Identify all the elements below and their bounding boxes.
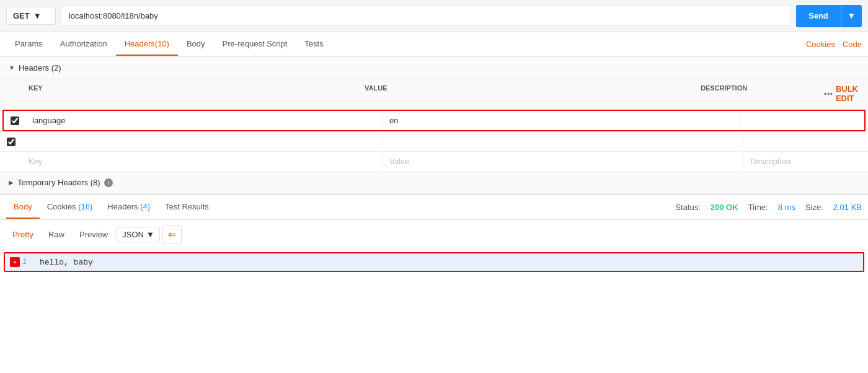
row1-value[interactable] bbox=[383, 137, 744, 147]
code-content: hello, baby bbox=[37, 258, 93, 267]
column-headers-row: KEY VALUE DESCRIPTION ••• Bulk Edit bbox=[0, 79, 868, 108]
col-check-header bbox=[0, 79, 22, 108]
size-label: Size: bbox=[805, 203, 823, 212]
row0-check-cell bbox=[4, 112, 26, 130]
row0-key[interactable]: language bbox=[26, 111, 383, 130]
method-label: GET bbox=[13, 11, 30, 20]
col-actions-header: ••• Bulk Edit bbox=[818, 79, 868, 108]
bulk-edit-button[interactable]: Bulk Edit bbox=[836, 84, 864, 103]
response-tab-headers[interactable]: Headers (4) bbox=[100, 196, 157, 219]
tab-prerequest[interactable]: Pre-request Script bbox=[214, 33, 296, 56]
temp-headers-arrow-icon: ▶ bbox=[9, 179, 14, 186]
url-input[interactable] bbox=[61, 6, 791, 26]
send-button[interactable]: Send bbox=[796, 5, 841, 27]
status-value: 200 OK bbox=[711, 203, 738, 212]
response-tab-test-results[interactable]: Test Results bbox=[157, 196, 216, 219]
time-label: Time: bbox=[748, 203, 768, 212]
row0-checkbox[interactable] bbox=[11, 116, 19, 125]
method-chevron-icon: ▼ bbox=[33, 11, 42, 20]
row1-checkbox[interactable] bbox=[7, 138, 16, 146]
temp-headers-label: Temporary Headers (8) bbox=[17, 178, 100, 187]
row1-check-cell bbox=[0, 133, 22, 151]
row0-desc[interactable] bbox=[740, 116, 864, 126]
pretty-button[interactable]: Pretty bbox=[6, 227, 40, 242]
temp-headers-section[interactable]: ▶ Temporary Headers (8) i bbox=[0, 172, 868, 194]
size-value: 2.01 KB bbox=[833, 203, 862, 212]
json-chevron-icon: ▼ bbox=[146, 230, 154, 239]
code-link[interactable]: Code bbox=[843, 40, 862, 49]
status-info: Status: 200 OK Time: 8 ms Size: 2.01 KB bbox=[675, 203, 862, 212]
request-tabs: Params Authorization Headers(10) Body Pr… bbox=[0, 32, 868, 57]
headers-section-title: Headers (2) bbox=[19, 63, 61, 72]
response-tabs-bar: Body Cookies (16) Headers (4) Test Resul… bbox=[0, 195, 868, 220]
tab-tests[interactable]: Tests bbox=[296, 33, 332, 56]
header-row-0: language en bbox=[2, 110, 866, 131]
row1-key[interactable] bbox=[22, 137, 383, 147]
response-toolbar: Pretty Raw Preview JSON ▼ ⇐ bbox=[0, 220, 868, 250]
preview-button[interactable]: Preview bbox=[73, 227, 114, 242]
response-tab-cookies[interactable]: Cookies (16) bbox=[40, 196, 100, 219]
json-format-select[interactable]: JSON ▼ bbox=[117, 227, 160, 242]
tab-headers[interactable]: Headers(10) bbox=[116, 33, 178, 56]
row1-desc[interactable] bbox=[744, 137, 868, 147]
send-dropdown-button[interactable]: ▼ bbox=[841, 5, 862, 27]
placeholder-key[interactable]: Key bbox=[22, 152, 383, 171]
tab-params[interactable]: Params bbox=[6, 33, 51, 56]
placeholder-desc[interactable]: Description bbox=[744, 152, 868, 171]
header-placeholder-row: Key Value Description bbox=[0, 152, 868, 172]
headers-section-header[interactable]: ▼ Headers (2) bbox=[0, 57, 868, 79]
response-code-area: ✕ 1 hello, baby bbox=[0, 252, 868, 272]
info-icon[interactable]: i bbox=[104, 178, 113, 187]
col-key-header: KEY bbox=[22, 79, 358, 108]
more-icon[interactable]: ••• bbox=[824, 90, 833, 97]
line-num-container: ✕ 1 bbox=[5, 257, 37, 267]
json-format-label: JSON bbox=[122, 230, 144, 239]
col-desc-header: DESCRIPTION bbox=[694, 79, 818, 108]
col-value-header: VALUE bbox=[358, 79, 694, 108]
cookies-link[interactable]: Cookies bbox=[806, 40, 835, 49]
placeholder-value[interactable]: Value bbox=[383, 152, 744, 171]
collapse-arrow-icon: ▼ bbox=[9, 64, 15, 71]
header-row-1 bbox=[0, 133, 868, 152]
response-tab-body[interactable]: Body bbox=[6, 196, 40, 219]
headers-table: KEY VALUE DESCRIPTION ••• Bulk Edit lang… bbox=[0, 79, 868, 172]
response-area: Body Cookies (16) Headers (4) Test Resul… bbox=[0, 194, 868, 272]
row0-value[interactable]: en bbox=[383, 111, 740, 130]
error-icon: ✕ bbox=[10, 257, 20, 267]
line-number: 1 bbox=[22, 258, 32, 266]
method-select[interactable]: GET ▼ bbox=[6, 7, 56, 25]
code-line-0: ✕ 1 hello, baby bbox=[4, 252, 864, 272]
top-bar: GET ▼ Send ▼ bbox=[0, 0, 868, 32]
right-actions: Cookies Code bbox=[806, 40, 862, 49]
tab-authorization[interactable]: Authorization bbox=[51, 33, 116, 56]
time-value: 8 ms bbox=[778, 203, 795, 212]
status-label: Status: bbox=[675, 203, 700, 212]
send-group: Send ▼ bbox=[796, 5, 862, 27]
tab-body[interactable]: Body bbox=[178, 33, 214, 56]
wrap-button[interactable]: ⇐ bbox=[162, 225, 182, 244]
raw-button[interactable]: Raw bbox=[42, 227, 71, 242]
